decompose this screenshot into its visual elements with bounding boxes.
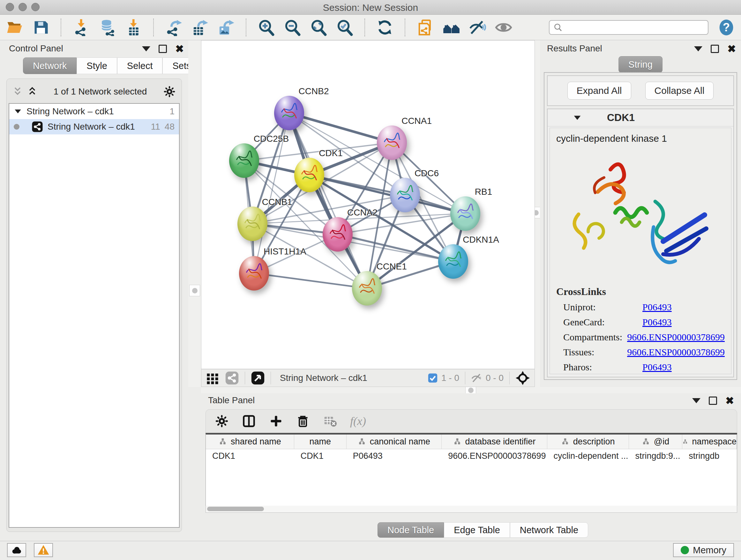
section-collapse-icon[interactable] <box>574 116 581 120</box>
node-HIST1H1A[interactable] <box>239 256 269 291</box>
column-header-description[interactable]: description <box>547 435 629 449</box>
show-columns-icon[interactable] <box>242 414 256 428</box>
crosslink-link[interactable]: P06493 <box>643 302 672 313</box>
table-cell[interactable]: stringdb <box>682 449 737 464</box>
node-CDC6[interactable] <box>390 178 420 212</box>
zoom-fit-icon[interactable] <box>310 18 327 37</box>
network-row[interactable]: String Network – cdk1 11 48 <box>9 119 179 134</box>
column-header-name[interactable]: name <box>294 435 347 449</box>
table-gear-icon[interactable] <box>215 414 229 428</box>
column-header-id[interactable]: @id <box>629 435 683 449</box>
duplicate-network-icon[interactable] <box>416 18 434 37</box>
string-view-icon[interactable] <box>225 371 239 385</box>
results-panel-float-icon[interactable] <box>711 45 719 53</box>
left-splitter-grip[interactable] <box>189 285 200 296</box>
export-image-icon[interactable] <box>217 18 235 37</box>
node-CCNA1[interactable] <box>377 125 407 160</box>
control-panel-float-icon[interactable] <box>158 45 167 53</box>
warning-button[interactable] <box>34 543 53 557</box>
zoom-out-icon[interactable] <box>283 18 301 37</box>
network-canvas[interactable]: CCNB2CCNA1CDC25BCDK1CDC6RB1CCNB1CCNA2CDK… <box>201 40 535 369</box>
search-field[interactable] <box>566 22 703 32</box>
results-panel-collapse-icon[interactable] <box>694 46 702 51</box>
node-table[interactable]: shared namenamecanonical namedatabase id… <box>205 433 737 513</box>
search-input[interactable] <box>549 20 709 35</box>
node-label-CCNB2: CCNB2 <box>299 86 329 97</box>
crosslink-link[interactable]: 9606.ENSP00000378699 <box>627 347 725 358</box>
table-cell[interactable]: cyclin-dependent ... <box>547 449 629 464</box>
node-CDK1[interactable] <box>294 158 324 192</box>
edge-HIST1H1A-CCNE1[interactable] <box>254 273 367 288</box>
tab-node-table[interactable]: Node Table <box>378 522 444 538</box>
tab-network[interactable]: Network <box>23 57 77 74</box>
gear-icon[interactable] <box>163 85 176 98</box>
node-CCNA2[interactable] <box>323 217 353 252</box>
hide-unhide-eye-icon[interactable] <box>468 18 486 37</box>
crosslink-link[interactable]: P06493 <box>643 362 672 373</box>
import-network-icon[interactable] <box>72 18 90 37</box>
column-header-databaseidentifier[interactable]: database identifier <box>442 435 547 449</box>
column-header-canonicalname[interactable]: canonical name <box>347 435 442 449</box>
show-eye-icon[interactable] <box>495 18 513 37</box>
tab-edge-table[interactable]: Edge Table <box>444 522 510 538</box>
table-panel-title: Table Panel <box>208 395 255 406</box>
edge-CCNB2-CCNE1[interactable] <box>289 113 367 288</box>
table-cell[interactable]: CDK1 <box>206 449 294 464</box>
edge-CCNB2-CCNA1[interactable] <box>289 113 392 143</box>
delete-column-icon[interactable] <box>296 414 310 428</box>
tab-network-table[interactable]: Network Table <box>510 522 588 538</box>
import-database-icon[interactable] <box>98 18 116 37</box>
table-cell[interactable]: 9606.ENSP00000378699 <box>442 449 547 464</box>
control-panel-collapse-icon[interactable] <box>142 46 150 51</box>
control-panel-close-icon[interactable]: ✖ <box>175 45 184 53</box>
table-row[interactable]: CDK1CDK1P064939606.ENSP00000378699cyclin… <box>206 449 737 464</box>
node-RB1[interactable] <box>450 196 480 231</box>
tree-expand-icon[interactable] <box>15 110 21 113</box>
checkbox-icon[interactable] <box>427 373 438 383</box>
export-table-icon[interactable] <box>191 18 209 37</box>
table-hscrollbar-thumb[interactable] <box>207 507 264 511</box>
edge-CDK1-RB1[interactable] <box>309 175 465 213</box>
home-icon[interactable] <box>442 18 460 37</box>
expand-all-button[interactable]: Expand All <box>567 82 631 100</box>
node-CCNB1[interactable] <box>238 206 267 241</box>
save-icon[interactable] <box>32 18 50 37</box>
crosslink-link[interactable]: P06493 <box>643 317 672 327</box>
node-CCNB2[interactable] <box>274 96 304 130</box>
fit-selected-target-icon[interactable] <box>515 371 530 385</box>
export-network-icon[interactable] <box>165 18 183 37</box>
tab-string[interactable]: String <box>618 56 663 73</box>
table-hscrollbar[interactable] <box>205 506 737 513</box>
import-table-icon[interactable] <box>125 18 142 37</box>
table-panel-close-icon[interactable]: ✖ <box>725 396 734 405</box>
memory-button[interactable]: Memory <box>673 543 734 557</box>
birds-eye-view-icon[interactable] <box>251 371 265 385</box>
node-CCNE1[interactable] <box>352 271 382 306</box>
table-panel-collapse-icon[interactable] <box>692 398 700 403</box>
node-CDKN1A[interactable] <box>438 244 468 279</box>
collapse-all-button[interactable]: Collapse All <box>645 82 714 100</box>
grid-view-icon[interactable] <box>206 371 219 385</box>
results-panel-close-icon[interactable]: ✖ <box>727 45 736 53</box>
network-collection-row[interactable]: String Network – cdk1 1 <box>9 104 179 119</box>
refresh-icon[interactable] <box>376 18 394 37</box>
column-header-sharedname[interactable]: shared name <box>206 435 294 449</box>
zoom-in-icon[interactable] <box>257 18 275 37</box>
collapse-all-icon[interactable] <box>12 86 23 97</box>
table-cell[interactable]: P06493 <box>347 449 442 464</box>
column-header-namespace[interactable]: namespace <box>682 435 737 449</box>
crosslink-link[interactable]: 9606.ENSP00000378699 <box>627 332 725 343</box>
tab-style[interactable]: Style <box>77 57 117 74</box>
add-column-icon[interactable] <box>269 414 283 428</box>
help-icon[interactable]: ? <box>718 18 735 37</box>
open-folder-icon[interactable] <box>6 18 23 37</box>
node-CDC25B[interactable] <box>229 143 259 178</box>
cloud-button[interactable] <box>7 543 26 557</box>
zoom-selected-icon[interactable] <box>336 18 354 37</box>
table-cell[interactable]: CDK1 <box>294 449 347 464</box>
left-splitter[interactable] <box>188 40 201 387</box>
table-cell[interactable]: stringdb:9... <box>629 449 682 464</box>
table-panel-float-icon[interactable] <box>709 396 717 405</box>
expand-all-icon[interactable] <box>27 86 37 97</box>
tab-select[interactable]: Select <box>117 57 163 74</box>
